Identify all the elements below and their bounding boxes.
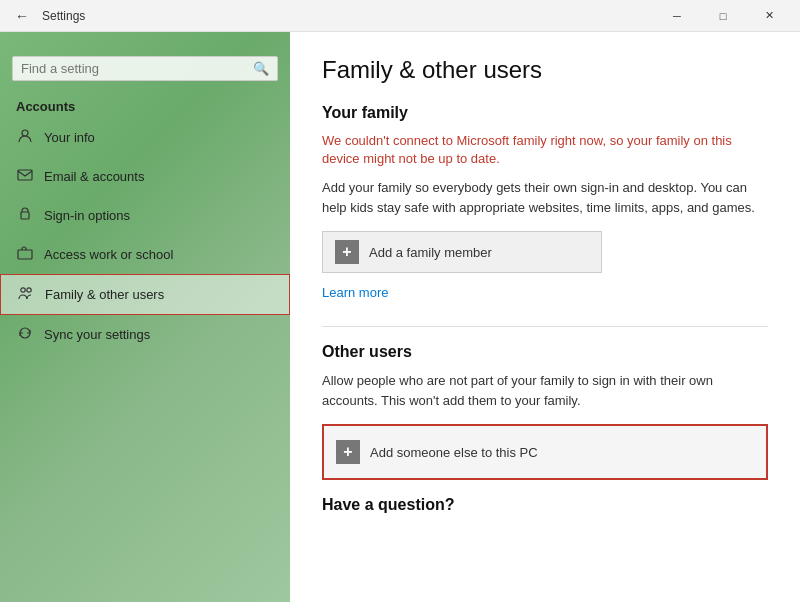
search-input[interactable] [21,61,253,76]
sync-icon [16,325,34,344]
signin-icon [16,206,34,225]
titlebar: ← Settings ─ □ ✕ [0,0,800,32]
work-icon [16,245,34,264]
email-icon [16,167,34,186]
main-panel: Family & other users Your family We coul… [290,32,800,602]
svg-point-4 [21,288,25,292]
your-info-icon [16,128,34,147]
have-question-title: Have a question? [322,496,768,514]
family-desc-text: Add your family so everybody gets their … [322,178,768,217]
search-box[interactable]: 🔍 [12,56,278,81]
app-container: 🔍 Accounts Your info Email & accounts [0,32,800,602]
section-divider [322,326,768,327]
sidebar-item-your-info[interactable]: Your info [0,118,290,157]
other-users-desc: Allow people who are not part of your fa… [322,371,768,410]
maximize-button[interactable]: □ [700,0,746,32]
sidebar-item-label: Sign-in options [44,208,130,223]
minimize-button[interactable]: ─ [654,0,700,32]
svg-rect-1 [18,170,32,180]
svg-rect-3 [18,250,32,259]
add-family-icon: + [335,240,359,264]
sidebar-item-label: Family & other users [45,287,164,302]
sidebar-item-work-school[interactable]: Access work or school [0,235,290,274]
accounts-section-label: Accounts [0,93,290,118]
window-controls: ─ □ ✕ [654,0,792,32]
family-icon [17,285,35,304]
sidebar-item-label: Email & accounts [44,169,144,184]
sidebar-item-label: Access work or school [44,247,173,262]
family-error-text: We couldn't connect to Microsoft family … [322,132,768,168]
add-family-member-button[interactable]: + Add a family member [322,231,602,273]
other-users-section-title: Other users [322,343,768,361]
add-someone-label: Add someone else to this PC [370,445,538,460]
titlebar-title: Settings [42,9,85,23]
close-button[interactable]: ✕ [746,0,792,32]
back-button[interactable]: ← [8,2,36,30]
add-someone-icon: + [336,440,360,464]
sidebar-item-sync[interactable]: Sync your settings [0,315,290,354]
svg-point-5 [27,288,31,292]
sidebar-item-label: Your info [44,130,95,145]
svg-rect-2 [21,212,29,219]
sidebar: 🔍 Accounts Your info Email & accounts [0,32,290,602]
add-family-label: Add a family member [369,245,492,260]
page-title: Family & other users [322,56,768,84]
learn-more-link[interactable]: Learn more [322,285,388,300]
sidebar-item-email-accounts[interactable]: Email & accounts [0,157,290,196]
sidebar-header [0,32,290,56]
sidebar-item-family-users[interactable]: Family & other users [0,274,290,315]
sidebar-item-label: Sync your settings [44,327,150,342]
sidebar-item-sign-in[interactable]: Sign-in options [0,196,290,235]
search-icon[interactable]: 🔍 [253,61,269,76]
your-family-section-title: Your family [322,104,768,122]
add-someone-button[interactable]: + Add someone else to this PC [322,424,768,480]
svg-point-0 [22,130,28,136]
